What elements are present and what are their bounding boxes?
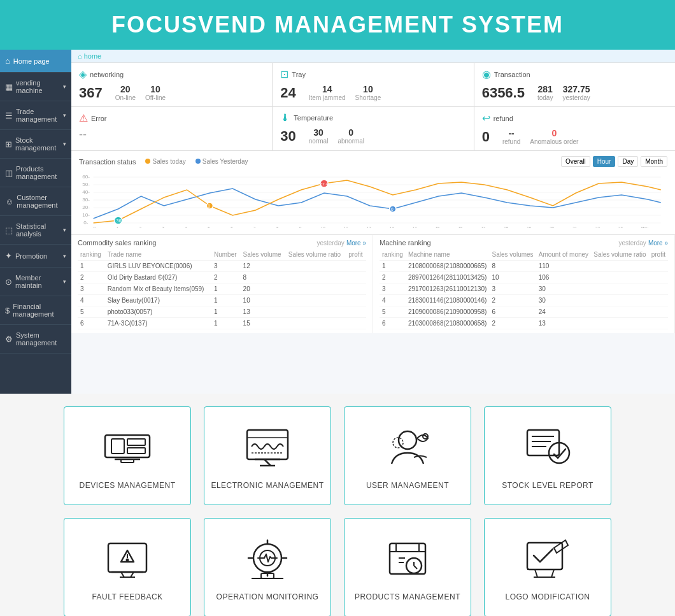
user-management-icon: [382, 422, 433, 473]
svg-text:0: 0: [94, 226, 96, 228]
sidebar-item-vending[interactable]: ▦ vending machine ▾: [0, 73, 71, 101]
svg-line-86: [535, 569, 537, 577]
sidebar-item-member[interactable]: ⊙ Member maintain ▾: [0, 268, 71, 296]
sidebar-label-home: Home page: [13, 57, 50, 65]
abnormal-lbl: abnormal: [338, 138, 364, 145]
card-stock[interactable]: STOCK LEVEL REPORT: [484, 406, 611, 505]
card-operation[interactable]: OPERATION MONITORING: [204, 518, 331, 616]
jammed-lbl: Item jammed: [309, 94, 346, 101]
card-user-label: USER MANAGMEENT: [366, 481, 449, 490]
sidebar-label-vending: vending machine: [16, 79, 60, 94]
svg-text:8: 8: [276, 226, 279, 228]
sidebar-label-customer: Customer management: [17, 194, 66, 209]
error-icon: ⚠: [79, 112, 88, 124]
transaction-icon: ◉: [482, 68, 491, 80]
sidebar-item-trade[interactable]: ☰ Trade management ▾: [0, 101, 71, 130]
svg-text:32.4: 32.4: [320, 182, 329, 186]
filter-overall[interactable]: Overall: [561, 156, 590, 167]
card-devices[interactable]: DEVICES MANAGEMENT: [64, 406, 191, 505]
shortage-lbl: Shortage: [355, 94, 381, 101]
anomalous-lbl: Anomalous order: [530, 138, 578, 145]
card-fault[interactable]: FAULT FEEDBACK: [64, 518, 191, 616]
sidebar-item-products[interactable]: ◫ Products management: [0, 159, 71, 187]
filter-month[interactable]: Month: [641, 156, 667, 167]
customer-icon: ☺: [5, 197, 13, 206]
svg-rect-50: [127, 448, 145, 454]
card-devices-label: DEVICES MANAGEMENT: [79, 481, 175, 490]
yesterday-lbl: yesterday: [562, 94, 590, 101]
sidebar-item-stock[interactable]: ⊞ Stock management ▾: [0, 130, 71, 159]
commodity-table-title: Commodity sales ranking: [78, 239, 157, 247]
normal-val: 30: [309, 127, 329, 138]
error-label: Error: [91, 115, 106, 122]
svg-rect-49: [127, 439, 145, 445]
svg-rect-62: [527, 430, 559, 455]
mcol-amount: Amount of money: [536, 249, 592, 261]
machine-yesterday: yesterday: [618, 240, 646, 247]
table-row: 32917001263(26110012130)330: [380, 283, 668, 295]
machine-table-title: Machine ranking: [380, 239, 431, 247]
sidebar-item-stats[interactable]: ⬚ Statistical analysis ▾: [0, 216, 71, 245]
normal-lbl: normal: [309, 138, 329, 145]
transaction-stat: ◉ Transaction 6356.5 281 today 327.75 ye…: [474, 63, 675, 106]
card-products-label: PRODUCTS MANAGEMENT: [355, 592, 460, 601]
table-row: 2Old Dirty Bastard ©(027)28: [78, 272, 366, 283]
chevron-down-icon-5: ▾: [63, 253, 66, 259]
svg-line-87: [551, 569, 554, 577]
online-lbl: On-line: [115, 94, 136, 101]
card-electronic-label: ELECTRONIC MANAGEMENT: [211, 481, 323, 490]
svg-text:Hou: Hou: [641, 226, 648, 228]
refund-icon: ↩: [482, 112, 490, 124]
networking-total: 367: [79, 85, 103, 101]
svg-text:9: 9: [299, 226, 302, 228]
stats-row-2: ⚠ Error -- 🌡 Temperature 30 30 normal: [71, 107, 675, 151]
card-electronic[interactable]: ELECTRONIC MANAGEMENT: [204, 406, 331, 505]
svg-line-57: [264, 459, 271, 466]
tray-label: Tray: [292, 71, 306, 78]
filter-day[interactable]: Day: [618, 156, 638, 167]
svg-text:23: 23: [618, 226, 623, 228]
svg-text:16: 16: [458, 226, 462, 228]
stock-level-icon: [522, 422, 573, 473]
error-stat: ⚠ Error --: [71, 107, 273, 150]
mcol-ranking: ranking: [380, 249, 406, 261]
home-breadcrumb-icon: ⌂: [78, 52, 82, 60]
col-sales-ratio: Sales volume ratio: [286, 249, 346, 261]
sidebar-item-finance[interactable]: $ Financial management: [0, 296, 71, 325]
commodity-ranking-table: Commodity sales ranking yesterday More »…: [71, 235, 373, 333]
commodity-more[interactable]: More »: [346, 240, 366, 247]
card-logo-label: LOGO MODIFICATION: [506, 592, 590, 601]
sidebar-item-promo[interactable]: ✦ Promotion ▾: [0, 245, 71, 268]
card-products[interactable]: PRODUCTS MANAGEMENT: [344, 518, 471, 616]
sidebar-label-member: Member maintain: [15, 274, 60, 289]
chevron-down-icon-4: ▾: [63, 227, 66, 233]
sidebar-item-system[interactable]: ⚙ System management: [0, 325, 71, 354]
table-row: 4Slay Beauty(0017)110: [78, 295, 366, 306]
table-row: 52109000086(21090000958)624: [380, 306, 668, 318]
svg-text:20: 20: [550, 226, 554, 228]
table-row: 12108000068(21080000665)8110: [380, 261, 668, 272]
refund-stat: ↩ refund 0 -- refund 0 Anomalous order: [474, 107, 675, 150]
temperature-icon: 🌡: [280, 112, 290, 124]
filter-hour[interactable]: Hour: [593, 156, 616, 167]
machine-more[interactable]: More »: [648, 240, 668, 247]
sidebar-item-customer[interactable]: ☺ Customer management: [0, 187, 71, 216]
finance-icon: $: [5, 306, 10, 315]
stats-row-1: ◈ networking 367 20 On-line 10 Off-line: [71, 63, 675, 107]
offline-lbl: Off-line: [145, 94, 166, 101]
member-icon: ⊙: [5, 277, 12, 287]
svg-text:0: 0: [391, 207, 394, 212]
error-value: --: [79, 128, 264, 141]
card-logo[interactable]: LOGO MODIFICATION: [484, 518, 611, 616]
sidebar-item-home[interactable]: ⌂ Home page: [0, 50, 71, 73]
card-user[interactable]: USER MANAGMEENT: [344, 406, 471, 505]
transaction-total: 6356.5: [482, 85, 525, 101]
networking-icon: ◈: [79, 68, 87, 80]
sidebar: ⌂ Home page ▦ vending machine ▾ ☰ Trade …: [0, 50, 71, 394]
chevron-down-icon: ▾: [63, 83, 66, 90]
networking-stat: ◈ networking 367 20 On-line 10 Off-line: [71, 63, 273, 106]
today-val: 281: [537, 84, 553, 94]
jammed-val: 14: [309, 84, 346, 94]
breadcrumb: ⌂ home: [71, 50, 675, 63]
transaction-chart: 60- 50- 40- 30- 20- 10- 0-: [79, 171, 667, 228]
